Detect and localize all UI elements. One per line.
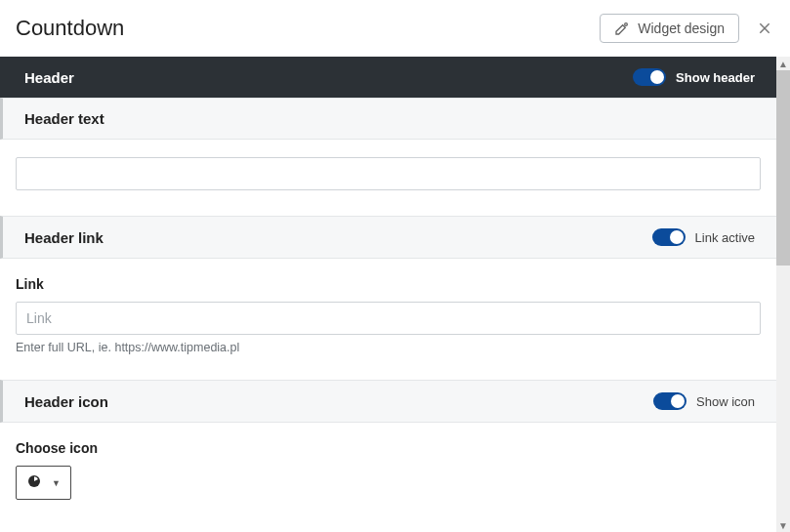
close-icon[interactable] bbox=[755, 19, 774, 38]
section-label: Header link bbox=[24, 229, 104, 246]
section-label: Header text bbox=[24, 110, 104, 127]
section-header-icon: Header icon Show icon bbox=[0, 380, 776, 423]
page-title: Countdown bbox=[16, 16, 124, 41]
widget-design-button[interactable]: Widget design bbox=[600, 14, 739, 43]
link-input[interactable] bbox=[16, 302, 761, 335]
paint-icon bbox=[614, 20, 630, 36]
choose-icon-label: Choose icon bbox=[16, 440, 761, 456]
section-header-text: Header text bbox=[0, 98, 776, 140]
scroll-thumb[interactable] bbox=[776, 70, 790, 266]
link-label: Link bbox=[16, 276, 761, 292]
widget-design-label: Widget design bbox=[638, 20, 725, 36]
show-header-toggle[interactable] bbox=[633, 68, 666, 86]
section-header-link: Header link Link active bbox=[0, 216, 776, 259]
chevron-down-icon: ▼ bbox=[52, 478, 61, 488]
show-icon-toggle-label: Show icon bbox=[696, 394, 755, 409]
scrollbar[interactable]: ▲ ▼ bbox=[776, 57, 790, 532]
link-active-toggle[interactable] bbox=[652, 228, 686, 246]
show-header-toggle-label: Show header bbox=[676, 70, 755, 85]
show-icon-toggle[interactable] bbox=[653, 392, 686, 410]
svg-point-0 bbox=[625, 23, 628, 26]
scroll-up-arrow[interactable]: ▲ bbox=[776, 57, 790, 70]
link-helper: Enter full URL, ie. https://www.tipmedia… bbox=[16, 341, 761, 354]
section-label: Header icon bbox=[24, 393, 108, 410]
clock-icon bbox=[26, 473, 42, 492]
settings-scroll[interactable]: Header Show header Header text Header li… bbox=[0, 57, 776, 532]
scroll-down-arrow[interactable]: ▼ bbox=[776, 518, 790, 532]
icon-picker[interactable]: ▼ bbox=[16, 466, 71, 500]
section-header-header: Header Show header bbox=[0, 57, 776, 98]
header-text-input[interactable] bbox=[16, 157, 761, 190]
link-active-toggle-label: Link active bbox=[695, 230, 755, 245]
section-label: Header bbox=[24, 69, 74, 86]
